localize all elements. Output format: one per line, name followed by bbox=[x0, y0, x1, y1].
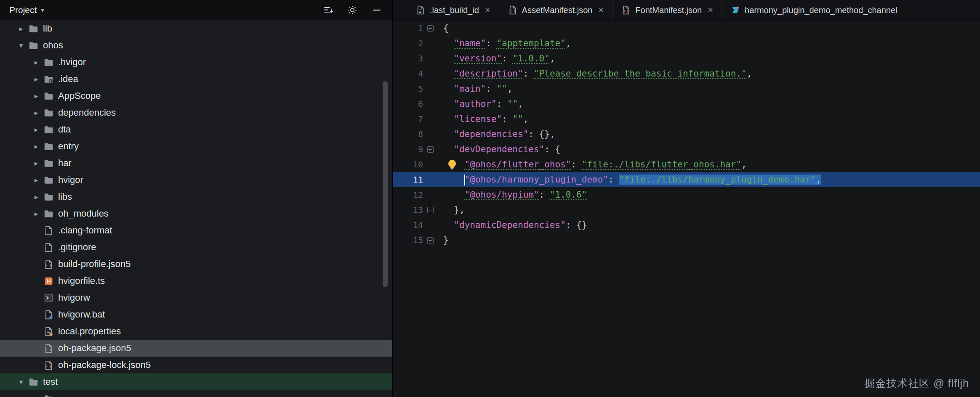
scrollbar-thumb[interactable] bbox=[383, 81, 388, 287]
text-file-icon bbox=[415, 5, 426, 15]
tree-item-dependencies[interactable]: ▸dependencies bbox=[0, 104, 392, 121]
tree-item-hvigorfile.ts[interactable]: hvigorfile.ts bbox=[0, 273, 392, 289]
tab-harmony_plugin_demo_method_channel[interactable]: harmony_plugin_demo_method_channel bbox=[722, 0, 906, 20]
folder-icon bbox=[43, 191, 54, 202]
code-line-9[interactable]: 9− "devDependencies": { bbox=[393, 142, 980, 157]
line-number: 7 bbox=[393, 111, 423, 127]
tree-item-.gitignore[interactable]: .gitignore bbox=[0, 239, 392, 256]
code-line-5[interactable]: 5 "main": "", bbox=[393, 81, 980, 96]
fold-column bbox=[423, 36, 437, 51]
tree-item-build-profile.json5[interactable]: build-profile.json5 bbox=[0, 256, 392, 273]
tree-item-label: .idea bbox=[58, 71, 78, 87]
tree-item-dta[interactable]: ▸dta bbox=[0, 121, 392, 138]
code-text: "description": "Please describe the basi… bbox=[437, 66, 752, 81]
fold-column bbox=[423, 51, 437, 66]
editor-tabs: .last_build_id×AssetManifest.json×FontMa… bbox=[393, 0, 980, 21]
tree-item-oh_modules[interactable]: ▸oh_modules bbox=[0, 205, 392, 222]
tree-item-hvigorw[interactable]: hvigorw bbox=[0, 289, 392, 306]
code-line-7[interactable]: 7 "license": "", bbox=[393, 111, 980, 127]
code-line-10[interactable]: 10 "@ohos/flutter_ohos": "file:./libs/fl… bbox=[393, 157, 980, 172]
code-line-2[interactable]: 2 "name": "apptemplate", bbox=[393, 36, 980, 51]
project-panel-header: Project ▾ bbox=[0, 0, 392, 20]
settings-gear-icon[interactable] bbox=[346, 4, 358, 16]
intention-bulb-icon[interactable] bbox=[446, 158, 458, 171]
code-line-4[interactable]: 4 "description": "Please describe the ba… bbox=[393, 66, 980, 81]
tree-item-local.properties[interactable]: local.properties bbox=[0, 323, 392, 340]
code-line-3[interactable]: 3 "version": "1.0.0", bbox=[393, 51, 980, 66]
code-line-8[interactable]: 8 "dependencies": {}, bbox=[393, 127, 980, 142]
fold-marker-icon[interactable]: − bbox=[423, 233, 437, 248]
tree-item-libs[interactable]: ▸libs bbox=[0, 188, 392, 205]
indent-guide-line bbox=[446, 36, 446, 233]
folder-icon bbox=[43, 141, 54, 152]
ide-root: Project ▾ ▸lib▾ohos▸.hvigor▸.idea▸AppSco… bbox=[0, 0, 980, 397]
chevron-right-icon[interactable]: ▸ bbox=[29, 176, 43, 185]
chevron-right-icon[interactable]: ▸ bbox=[29, 125, 43, 134]
chevron-right-icon[interactable]: ▸ bbox=[29, 193, 43, 201]
tree-item-test[interactable]: ▾test bbox=[0, 373, 392, 390]
line-number: 12 bbox=[393, 187, 423, 202]
folder-icon bbox=[28, 23, 39, 34]
tree-item-hvigorw.bat[interactable]: hvigorw.bat bbox=[0, 306, 392, 323]
tree-item-label: oh_modules bbox=[58, 205, 109, 222]
code-line-12[interactable]: 12 "@ohos/hypium": "1.0.6" bbox=[393, 187, 980, 202]
json5-file-icon bbox=[43, 259, 54, 270]
code-line-11[interactable]: 11 "@ohos/harmony_plugin_demo": "file:./… bbox=[393, 172, 980, 187]
chevron-right-icon[interactable]: ▸ bbox=[29, 92, 43, 101]
hide-panel-icon[interactable] bbox=[371, 4, 383, 16]
tab-FontManifest.json[interactable]: FontManifest.json× bbox=[612, 0, 722, 20]
code-line-13[interactable]: 13− }, bbox=[393, 202, 980, 217]
editor-code-area[interactable]: 1−{2 "name": "apptemplate",3 "version": … bbox=[393, 21, 980, 397]
file-icon bbox=[43, 242, 54, 253]
tree-item-.clang-format[interactable]: .clang-format bbox=[0, 222, 392, 239]
code-line-1[interactable]: 1−{ bbox=[393, 21, 980, 36]
chevron-right-icon[interactable]: ▸ bbox=[29, 109, 43, 117]
tree-item-AppScope[interactable]: ▸AppScope bbox=[0, 87, 392, 104]
fold-marker-icon[interactable]: − bbox=[423, 202, 437, 217]
tab-label: AssetManifest.json bbox=[522, 5, 593, 15]
line-number: 8 bbox=[393, 127, 423, 142]
chevron-down-icon[interactable]: ▾ bbox=[14, 41, 28, 50]
fold-column bbox=[423, 127, 437, 142]
chevron-right-icon[interactable]: ▸ bbox=[29, 75, 43, 84]
tree-item-label: libs bbox=[58, 188, 72, 205]
tree-item-lib[interactable]: ▸lib bbox=[0, 20, 392, 37]
tree-item-har[interactable]: ▸har bbox=[0, 155, 392, 172]
code-text: "author": "", bbox=[437, 96, 523, 111]
project-selector[interactable]: Project ▾ bbox=[9, 5, 44, 15]
tab-AssetManifest.json[interactable]: AssetManifest.json× bbox=[499, 0, 613, 20]
tree-item-hvigor[interactable]: ▸hvigor bbox=[0, 172, 392, 188]
line-number: 4 bbox=[393, 66, 423, 81]
project-tree: ▸lib▾ohos▸.hvigor▸.idea▸AppScope▸depende… bbox=[0, 20, 392, 397]
tree-item-partial[interactable] bbox=[0, 390, 392, 397]
fold-marker-icon[interactable]: − bbox=[423, 21, 437, 36]
code-text: { bbox=[437, 21, 449, 36]
tree-item-.hvigor[interactable]: ▸.hvigor bbox=[0, 54, 392, 71]
chevron-down-icon[interactable]: ▾ bbox=[14, 378, 28, 386]
chevron-right-icon[interactable]: ▸ bbox=[14, 24, 28, 33]
tree-item-label: lib bbox=[43, 20, 52, 37]
line-number: 2 bbox=[393, 36, 423, 51]
chevron-right-icon[interactable]: ▸ bbox=[29, 142, 43, 151]
chevron-right-icon[interactable]: ▸ bbox=[29, 58, 43, 67]
close-tab-icon[interactable]: × bbox=[708, 5, 713, 16]
tree-item-oh-package.json5[interactable]: oh-package.json5 bbox=[0, 340, 392, 357]
code-line-6[interactable]: 6 "author": "", bbox=[393, 96, 980, 111]
tree-item-label: test bbox=[43, 373, 58, 390]
folder-icon bbox=[43, 175, 54, 185]
close-tab-icon[interactable]: × bbox=[485, 5, 490, 16]
chevron-right-icon[interactable]: ▸ bbox=[29, 159, 43, 168]
fold-marker-icon[interactable]: − bbox=[423, 142, 437, 157]
line-number: 6 bbox=[393, 96, 423, 111]
code-line-14[interactable]: 14 "dynamicDependencies": {} bbox=[393, 217, 980, 233]
tree-item-ohos[interactable]: ▾ohos bbox=[0, 37, 392, 54]
tree-item-entry[interactable]: ▸entry bbox=[0, 138, 392, 155]
close-tab-icon[interactable]: × bbox=[598, 5, 604, 16]
tree-item-.idea[interactable]: ▸.idea bbox=[0, 71, 392, 87]
code-line-15[interactable]: 15−} bbox=[393, 233, 980, 248]
tree-item-oh-package-lock.json5[interactable]: oh-package-lock.json5 bbox=[0, 357, 392, 373]
chevron-right-icon[interactable]: ▸ bbox=[29, 209, 43, 218]
view-options-icon[interactable] bbox=[322, 4, 334, 16]
tab-.last_build_id[interactable]: .last_build_id× bbox=[407, 0, 499, 20]
fold-column bbox=[423, 96, 437, 111]
